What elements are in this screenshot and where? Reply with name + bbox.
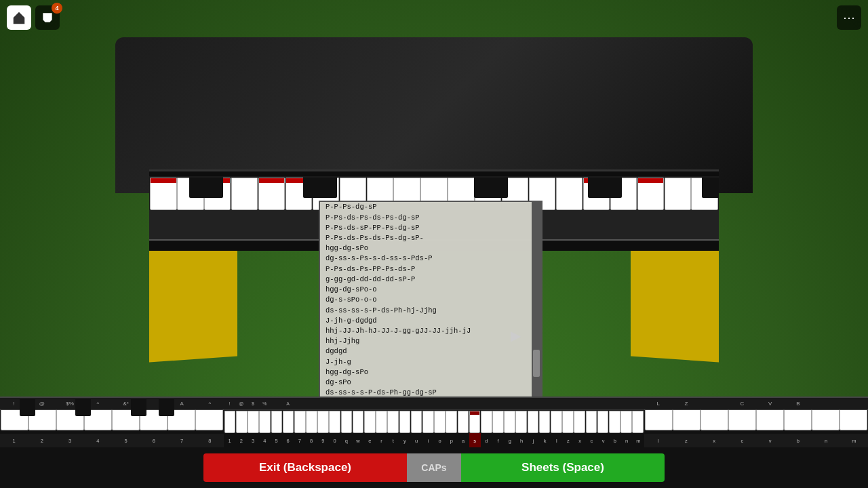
sheet-line: dgdgd — [326, 346, 536, 357]
kb-label: 6 — [282, 433, 294, 447]
ellipsis-icon: ⋯ — [843, 10, 855, 25]
kb-key[interactable] — [329, 411, 340, 433]
piano-key[interactable] — [204, 178, 231, 210]
kb-key[interactable] — [434, 411, 446, 433]
top-right-menu[interactable]: ⋯ — [837, 5, 861, 30]
piano-key[interactable] — [231, 178, 258, 210]
kb-label: 5 — [112, 434, 140, 447]
sheets-button[interactable]: Sheets (Space) — [461, 453, 665, 482]
kb-label: m — [840, 434, 868, 447]
piano-key[interactable] — [610, 178, 637, 210]
piano-key[interactable] — [665, 178, 691, 210]
piano-key[interactable] — [556, 178, 583, 210]
kb-key[interactable] — [353, 411, 364, 433]
sheet-line: dg-sPo — [326, 378, 536, 388]
sheet-line: hgg-dg-sPo — [326, 367, 536, 378]
kb-label: o — [434, 433, 446, 447]
kb-key[interactable] — [586, 411, 597, 433]
menu-button[interactable]: ⋯ — [837, 5, 861, 30]
sheet-line: P-Ps-ds-Ps-ds-Ps-dg-sP — [326, 213, 536, 223]
kb-label: 1 — [0, 434, 28, 447]
sheet-line: P-Ps-ds-Ps-ds-Ps-dg-sP- — [326, 233, 536, 243]
sheet-line: dg-ss-s-Ps-s-d-ss-s-Pds-P — [326, 253, 536, 264]
kb-label: 8 — [306, 433, 317, 447]
kb-label: 5 — [271, 433, 282, 447]
kb-key[interactable] — [469, 411, 481, 433]
piano-key[interactable] — [177, 178, 203, 210]
piano-key[interactable] — [258, 178, 285, 210]
kb-label: b — [609, 433, 620, 447]
kb-key[interactable] — [341, 411, 353, 433]
piano-key[interactable] — [637, 178, 664, 210]
roblox-home-icon[interactable] — [7, 5, 31, 30]
kb-key[interactable] — [446, 411, 457, 433]
sheet-line: hgg-dg-sPo — [326, 243, 536, 253]
sheet-music-panel: hgg-dg-sPodg-sPods-ss-s-s-P-ds-P-hgg-dg-… — [319, 201, 542, 414]
kb-key[interactable] — [306, 411, 317, 433]
kb-label: k — [539, 433, 551, 447]
kb-key[interactable] — [458, 411, 469, 433]
kb-label: 7 — [168, 434, 196, 447]
kb-key[interactable] — [411, 411, 422, 433]
kb-label: a — [457, 433, 469, 447]
kb-key[interactable] — [248, 411, 259, 433]
kb-key[interactable] — [236, 411, 248, 433]
top-left-icons: 4 — [7, 5, 60, 30]
kb-key[interactable] — [620, 411, 632, 433]
kb-key[interactable] — [387, 411, 399, 433]
kb-label: 9 — [317, 433, 329, 447]
piano-key[interactable] — [150, 178, 176, 210]
kb-key[interactable] — [551, 411, 562, 433]
kb-label: z — [672, 434, 700, 447]
kb-label: c — [586, 433, 597, 447]
kb-label: j — [528, 433, 539, 447]
sheet-line: dg-s-sPo-o-o — [326, 295, 536, 305]
kb-key[interactable] — [224, 411, 236, 433]
sheet-line: hhj-Jjhg — [326, 336, 536, 346]
kb-key[interactable] — [574, 411, 585, 433]
kb-key[interactable] — [376, 411, 387, 433]
piano-key[interactable] — [285, 178, 312, 210]
kb-label: n — [620, 433, 632, 447]
kb-key[interactable] — [481, 411, 492, 433]
exit-button[interactable]: Exit (Backspace) — [203, 453, 407, 482]
caps-button[interactable]: CAPs — [407, 453, 461, 482]
kb-key[interactable] — [364, 411, 376, 433]
kb-key[interactable] — [632, 411, 644, 433]
kb-key[interactable] — [597, 411, 609, 433]
center-keyboard-display: ! @ $ % A — [224, 396, 644, 447]
piano-key[interactable] — [691, 178, 717, 210]
kb-key[interactable] — [259, 411, 271, 433]
left-keyboard-display: ! @ $% ^ &* A ^ 1 2 3 4 5 6 7 8 — [0, 396, 224, 447]
sheet-scrollbar-thumb[interactable] — [533, 350, 540, 377]
kb-label: n — [812, 434, 840, 447]
kb-label: 7 — [294, 433, 305, 447]
kb-key[interactable] — [562, 411, 574, 433]
kb-key[interactable] — [609, 411, 620, 433]
kb-label: x — [574, 433, 586, 447]
kb-label: f — [492, 433, 504, 447]
kb-key[interactable] — [271, 411, 283, 433]
kb-key[interactable] — [492, 411, 504, 433]
kb-label: d — [481, 433, 492, 447]
sheet-line: P-Ps-ds-Ps-PP-Ps-ds-P — [326, 264, 536, 274]
kb-key[interactable] — [515, 411, 527, 433]
kb-label: h — [515, 433, 527, 447]
notification-icon[interactable]: 4 — [35, 5, 60, 30]
kb-key[interactable] — [504, 411, 515, 433]
kb-label: v — [597, 433, 609, 447]
kb-label: 1 — [224, 433, 235, 447]
kb-label: 3 — [56, 434, 84, 447]
kb-key[interactable] — [399, 411, 411, 433]
kb-key[interactable] — [539, 411, 551, 433]
kb-key[interactable] — [294, 411, 306, 433]
piano-key[interactable] — [583, 178, 610, 210]
kb-label: y — [399, 433, 410, 447]
kb-key[interactable] — [528, 411, 539, 433]
sheet-scrollbar[interactable] — [532, 202, 541, 413]
kb-label: 0 — [329, 433, 340, 447]
kb-key[interactable] — [422, 411, 434, 433]
kb-key[interactable] — [317, 411, 329, 433]
kb-key[interactable] — [283, 411, 294, 433]
kb-label: g — [504, 433, 515, 447]
